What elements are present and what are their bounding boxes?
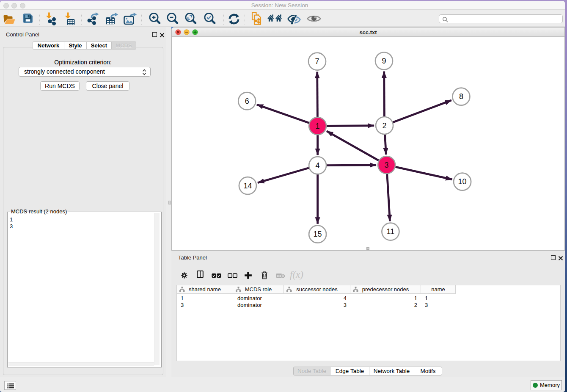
svg-text:1: 1 bbox=[316, 122, 320, 130]
svg-text:8: 8 bbox=[459, 92, 463, 101]
svg-text:4: 4 bbox=[316, 161, 320, 170]
svg-text:7: 7 bbox=[315, 57, 319, 66]
svg-text:2: 2 bbox=[383, 121, 387, 130]
svg-text:10: 10 bbox=[458, 177, 467, 186]
svg-text:15: 15 bbox=[314, 230, 322, 238]
svg-text:14: 14 bbox=[243, 182, 252, 190]
svg-text:9: 9 bbox=[382, 57, 386, 65]
svg-text:11: 11 bbox=[387, 227, 395, 236]
svg-text:3: 3 bbox=[385, 161, 389, 169]
svg-text:6: 6 bbox=[245, 97, 249, 105]
